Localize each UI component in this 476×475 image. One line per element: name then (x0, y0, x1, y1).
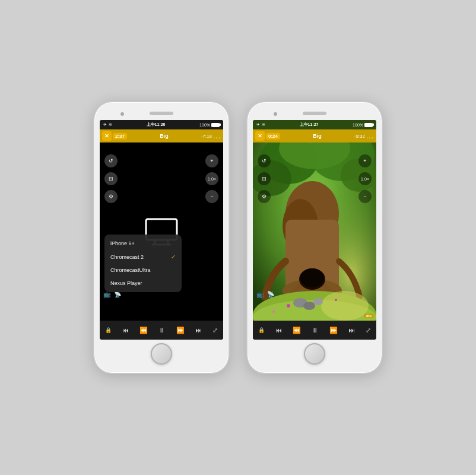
cast-icons-left: 📺 📡 (103, 291, 122, 299)
content-left: ↺ ⊟ ⚙ + 1.0× − iPhone 6+ (100, 142, 223, 321)
bottom-bar-right: 🔒 ⏮ ⏪ ⏸ ⏩ ⏭ ⤢ (253, 321, 376, 340)
dts-badge: dts (364, 314, 374, 318)
device-nexusplayer[interactable]: Nexus Player (104, 277, 182, 290)
subtitle-button-left[interactable]: ⊟ (104, 172, 118, 185)
battery-icon-left (211, 123, 220, 127)
remaining-time-left: -7:18 (201, 134, 212, 139)
repeat-button-right[interactable]: ↺ (258, 154, 271, 167)
next-button-right[interactable]: ⏭ (348, 327, 355, 334)
current-time-left: 2:37 (113, 133, 127, 140)
svg-point-18 (287, 304, 290, 308)
wifi-icon-left: ≋ (109, 122, 112, 127)
airplay-icon-right[interactable]: 📺 (256, 291, 265, 299)
chromecast-icon-right[interactable]: 📡 (267, 291, 275, 299)
phone-top-left (98, 109, 225, 119)
settings-button-right[interactable]: ⚙ (258, 190, 271, 203)
rewind-button-right[interactable]: ⏪ (293, 327, 301, 334)
device-chromecastultra[interactable]: ChromecastUltra (104, 264, 182, 277)
chromecast-icon-left[interactable]: 📡 (114, 291, 122, 299)
bottom-bar-left: 🔒 ⏮ ⏪ ⏸ ⏩ ⏭ ⤢ (100, 321, 223, 340)
svg-point-14 (321, 291, 369, 321)
status-right-icons: ✈ ≋ (256, 122, 265, 127)
svg-point-17 (313, 298, 323, 305)
forward-button-right[interactable]: ⏩ (329, 327, 338, 334)
battery-pct-right: 100% (353, 123, 363, 127)
close-button-left[interactable]: ✕ (102, 131, 112, 141)
zoom-out-button-right[interactable]: − (358, 190, 372, 203)
status-right-right: 100% (353, 123, 373, 127)
scene: ✈ ≋ 上午11:26 100% ✕ 2:37 Big (93, 101, 383, 374)
svg-point-11 (300, 268, 324, 287)
title-left: Big (128, 133, 200, 139)
remaining-time-right: -9:32 (354, 134, 365, 139)
subtitle-button-right[interactable]: ⊟ (258, 172, 271, 185)
close-button-right[interactable]: ✕ (255, 131, 265, 141)
lock-button-left[interactable]: 🔒 (105, 327, 112, 333)
more-button-right[interactable]: ... (366, 132, 374, 140)
status-right-left: 100% (199, 123, 220, 127)
front-camera-left (120, 112, 124, 116)
battery-icon-right (364, 123, 373, 127)
zoom-in-button-left[interactable]: + (205, 154, 218, 167)
status-bar-right: ✈ ≋ 上午11:27 100% (253, 120, 376, 129)
repeat-button-left[interactable]: ↺ (104, 154, 118, 167)
time-left: 上午11:26 (147, 122, 166, 128)
battery-fill-left (212, 124, 219, 126)
pause-button-left[interactable]: ⏸ (158, 327, 165, 334)
battery-tip-left (220, 124, 221, 126)
prev-button-right[interactable]: ⏮ (275, 327, 282, 334)
battery-fill-right (365, 124, 372, 126)
time-right: 上午11:27 (300, 122, 319, 128)
airplane-icon: ✈ (103, 122, 107, 127)
phone-top-right (251, 109, 378, 119)
status-left-icons: ✈ ≋ (103, 122, 112, 127)
home-button-left[interactable] (151, 343, 172, 365)
airplane-icon-right: ✈ (256, 122, 260, 127)
battery-pct-left: 100% (199, 123, 210, 127)
current-time-right: 0:24 (266, 133, 280, 140)
phone-right: ✈ ≋ 上午11:27 100% ✕ 0:24 Big (246, 101, 383, 374)
speaker-right (303, 112, 326, 115)
settings-button-left[interactable]: ⚙ (104, 190, 118, 203)
fullscreen-button-left[interactable]: ⤢ (212, 327, 218, 334)
phone-left: ✈ ≋ 上午11:26 100% ✕ 2:37 Big (93, 101, 230, 374)
player-bar-left[interactable]: ✕ 2:37 Big -7:18 ... (100, 129, 223, 142)
next-button-left[interactable]: ⏭ (195, 327, 202, 334)
device-menu: iPhone 6+ Chromecast 2 ✓ ChromecastUltra… (104, 235, 182, 292)
rewind-button-left[interactable]: ⏪ (139, 327, 148, 334)
zoom-out-button-left[interactable]: − (205, 190, 218, 203)
player-bar-right[interactable]: ✕ 0:24 Big -9:32 ... (253, 129, 376, 142)
cast-icons-right: 📺 📡 (256, 291, 275, 299)
prev-button-left[interactable]: ⏮ (122, 327, 129, 334)
speed-button-right[interactable]: 1.0× (358, 172, 372, 185)
svg-point-19 (335, 299, 337, 301)
svg-point-20 (272, 311, 275, 313)
speaker-left (150, 112, 173, 115)
more-button-left[interactable]: ... (213, 132, 221, 140)
selected-check: ✓ (171, 254, 176, 260)
device-chromecast2[interactable]: Chromecast 2 ✓ (104, 250, 182, 264)
screen-left: ✈ ≋ 上午11:26 100% ✕ 2:37 Big (100, 120, 223, 340)
svg-point-16 (303, 302, 315, 310)
airplay-icon-left[interactable]: 📺 (103, 291, 112, 299)
title-right: Big (281, 133, 353, 139)
home-button-right[interactable] (304, 343, 325, 365)
lock-button-right[interactable]: 🔒 (258, 327, 265, 333)
forward-button-left[interactable]: ⏩ (176, 327, 185, 334)
battery-tip-right (373, 124, 374, 126)
wifi-icon-right: ≋ (262, 122, 265, 127)
status-bar-left: ✈ ≋ 上午11:26 100% (100, 120, 223, 129)
device-iphone6plus[interactable]: iPhone 6+ (104, 237, 182, 250)
speed-button-left[interactable]: 1.0× (205, 172, 218, 185)
screen-right: ✈ ≋ 上午11:27 100% ✕ 0:24 Big (253, 120, 376, 340)
content-right: dts ↺ ⊟ ⚙ + 1.0× − 📺 📡 (253, 142, 376, 321)
zoom-in-button-right[interactable]: + (358, 154, 372, 167)
fullscreen-button-right[interactable]: ⤢ (366, 327, 371, 334)
front-camera-right (274, 112, 277, 116)
pause-button-right[interactable]: ⏸ (312, 327, 318, 334)
